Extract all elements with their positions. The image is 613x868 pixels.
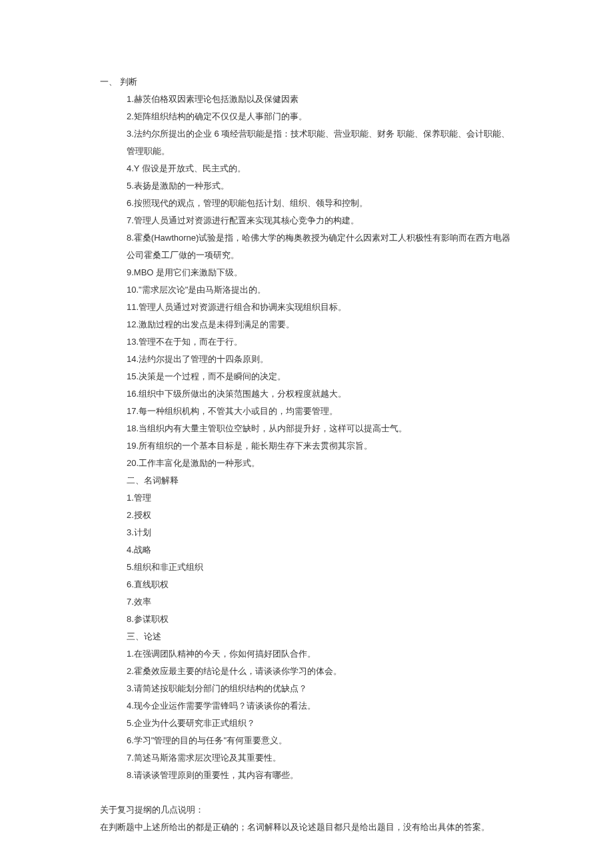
terminology-item: 4.战略 <box>100 541 513 559</box>
judgment-item: 15.决策是一个过程，而不是瞬间的决定。 <box>100 368 513 385</box>
judgment-item: 1.赫茨伯格双因素理论包括激励以及保健因素 <box>100 91 513 108</box>
judgment-item: 7.管理人员通过对资源进行配置来实现其核心竞争力的构建。 <box>100 212 513 229</box>
judgment-item: 6.按照现代的观点，管理的职能包括计划、组织、领导和控制。 <box>100 195 513 212</box>
terminology-item: 6.直线职权 <box>100 576 513 593</box>
essay-item: 1.在强调团队精神的今天，你如何搞好团队合作。 <box>100 645 513 663</box>
note-line: 在判断题中上述所给出的都是正确的；名词解释以及论述题目都只是给出题目，没有给出具… <box>100 819 513 836</box>
judgment-item: 10."需求层次论"是由马斯洛提出的。 <box>100 281 513 299</box>
section-3-title: 三、论述 <box>100 628 513 645</box>
terminology-item: 8.参谋职权 <box>100 611 513 628</box>
terminology-item: 5.组织和非正式组织 <box>100 559 513 576</box>
essay-item: 3.请简述按职能划分部门的组织结构的优缺点？ <box>100 680 513 697</box>
section-2-title: 二、名词解释 <box>100 472 513 489</box>
judgment-item: 8.霍桑(Hawthorne)试验是指，哈佛大学的梅奥教授为确定什么因素对工人积… <box>100 229 513 264</box>
judgment-item: 2.矩阵组织结构的确定不仅仅是人事部门的事。 <box>100 108 513 125</box>
notes-block: 关于复习提纲的几点说明： 在判断题中上述所给出的都是正确的；名词解释以及论述题目… <box>100 801 513 836</box>
judgment-item: 3.法约尔所提出的企业 6 项经营职能是指：技术职能、营业职能、财务 职能、保养… <box>100 125 513 160</box>
judgment-item: 5.表扬是激励的一种形式。 <box>100 177 513 195</box>
judgment-item: 16.组织中下级所做出的决策范围越大，分权程度就越大。 <box>100 385 513 403</box>
essay-item: 5.企业为什么要研究非正式组织？ <box>100 715 513 732</box>
section-1-title: 一、 判断 <box>100 73 513 91</box>
judgment-item: 20.工作丰富化是激励的一种形式。 <box>100 455 513 472</box>
terminology-item: 7.效率 <box>100 593 513 611</box>
judgment-item: 14.法约尔提出了管理的十四条原则。 <box>100 351 513 368</box>
essay-item: 8.请谈谈管理原则的重要性，其内容有哪些。 <box>100 767 513 784</box>
judgment-item: 18.当组织内有大量主管职位空缺时，从内部提升好，这样可以提高士气。 <box>100 420 513 437</box>
judgment-item: 12.激励过程的出发点是未得到满足的需要。 <box>100 316 513 333</box>
terminology-item: 3.计划 <box>100 524 513 541</box>
judgment-item: 19.所有组织的一个基本目标是，能长期生存下来去贯彻其宗旨。 <box>100 437 513 455</box>
judgment-item: 4.Y 假设是开放式、民主式的。 <box>100 160 513 177</box>
judgment-item: 13.管理不在于知，而在于行。 <box>100 333 513 351</box>
terminology-item: 1.管理 <box>100 489 513 507</box>
judgment-item: 9.MBO 是用它们来激励下级。 <box>100 264 513 281</box>
judgment-item: 11.管理人员通过对资源进行组合和协调来实现组织目标。 <box>100 299 513 316</box>
essay-item: 7.简述马斯洛需求层次理论及其重要性。 <box>100 749 513 767</box>
terminology-item: 2.授权 <box>100 507 513 524</box>
judgment-item: 17.每一种组织机构，不管其大小或目的，均需要管理。 <box>100 403 513 420</box>
essay-item: 2.霍桑效应最主要的结论是什么，请谈谈你学习的体会。 <box>100 663 513 680</box>
essay-item: 4.现今企业运作需要学雷锋吗？请谈谈你的看法。 <box>100 697 513 715</box>
note-line: 关于复习提纲的几点说明： <box>100 801 513 819</box>
essay-item: 6.学习"管理的目的与任务"有何重要意义。 <box>100 732 513 749</box>
